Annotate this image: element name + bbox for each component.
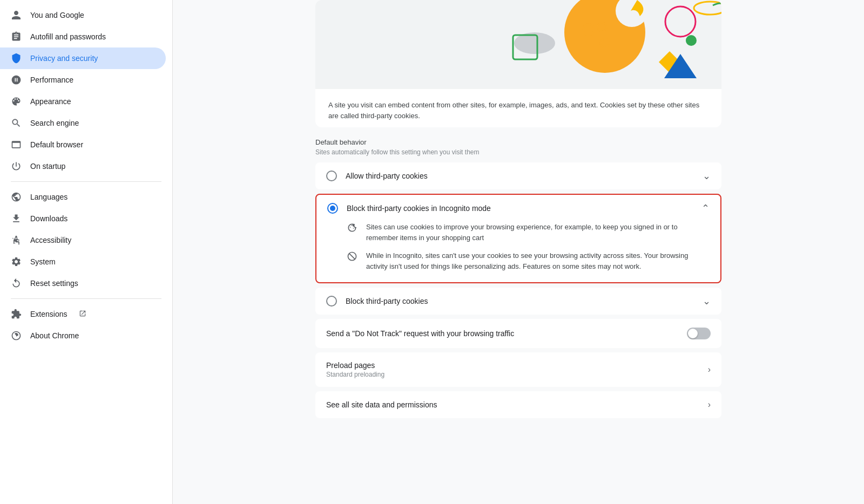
sidebar-item-performance[interactable]: Performance	[0, 69, 166, 91]
sidebar-label-reset: Reset settings	[30, 279, 78, 288]
sidebar-label-accessibility: Accessibility	[30, 236, 71, 244]
search-icon	[11, 118, 22, 128]
default-behavior-section: Default behavior Sites automatically fol…	[315, 138, 721, 156]
chevron-up-incognito: ⌃	[701, 202, 710, 214]
sidebar-item-system[interactable]: System	[0, 251, 166, 273]
option-block[interactable]: Block third-party cookies ⌄	[315, 288, 721, 315]
sidebar-label-about: About Chrome	[30, 331, 79, 340]
sidebar-item-accessibility[interactable]: Accessibility	[0, 229, 166, 251]
chevron-right-preload: ›	[708, 365, 711, 374]
sidebar-label-you-and-google: You and Google	[30, 11, 84, 19]
option-block-incognito[interactable]: Block third-party cookies in Incognito m…	[315, 194, 721, 283]
do-not-track-toggle[interactable]	[687, 328, 711, 339]
chrome-icon	[11, 330, 22, 341]
sidebar-label-autofill: Autofill and passwords	[30, 32, 106, 41]
sidebar-label-languages: Languages	[30, 193, 68, 201]
assignment-icon	[11, 31, 22, 42]
shield-icon	[11, 53, 22, 64]
download-icon	[11, 213, 22, 224]
sidebar-label-default-browser: Default browser	[30, 140, 83, 149]
globe-icon	[11, 192, 22, 202]
illustration-svg	[315, 0, 721, 89]
accessibility-icon	[11, 235, 22, 246]
sidebar-item-autofill[interactable]: Autofill and passwords	[0, 26, 166, 47]
sidebar-item-languages[interactable]: Languages	[0, 186, 166, 208]
sidebar-item-reset[interactable]: Reset settings	[0, 273, 166, 294]
sidebar-item-appearance[interactable]: Appearance	[0, 91, 166, 112]
content-area: A site you visit can embed content from …	[302, 0, 734, 444]
palette-icon	[11, 96, 22, 107]
person-icon	[11, 10, 22, 21]
svg-point-12	[665, 6, 696, 37]
option-allow-left: Allow third-party cookies	[326, 171, 428, 181]
chevron-down-block: ⌄	[703, 295, 711, 307]
sidebar-item-you-and-google[interactable]: You and Google	[0, 4, 166, 26]
option-block-incognito-left: Block third-party cookies in Incognito m…	[327, 203, 491, 214]
radio-block[interactable]	[326, 296, 337, 307]
expanded-details: Sites can use cookies to improve your br…	[327, 222, 710, 271]
site-data-label: See all site data and permissions	[326, 400, 437, 409]
sidebar-label-search-engine: Search engine	[30, 119, 79, 127]
option-allow[interactable]: Allow third-party cookies ⌄	[315, 162, 721, 189]
illustration-box	[315, 0, 721, 89]
detail-row-1: Sites can use cookies to improve your br…	[347, 222, 710, 243]
power-icon	[11, 161, 22, 172]
sidebar: You and Google Autofill and passwords Pr…	[0, 0, 173, 504]
sidebar-label-system: System	[30, 257, 56, 266]
description-section: A site you visit can embed content from …	[315, 89, 721, 127]
do-not-track-label: Send a "Do Not Track" request with your …	[326, 329, 514, 338]
option-block-label: Block third-party cookies	[346, 297, 428, 305]
preload-pages-option[interactable]: Preload pages Standard preloading ›	[315, 352, 721, 387]
option-block-left: Block third-party cookies	[326, 296, 428, 307]
reset-icon	[11, 278, 22, 289]
radio-block-incognito[interactable]	[327, 203, 338, 214]
sidebar-divider-2	[11, 298, 161, 299]
radio-allow[interactable]	[326, 171, 337, 181]
sidebar-label-downloads: Downloads	[30, 214, 68, 223]
sidebar-divider-1	[11, 181, 161, 182]
sidebar-item-default-browser[interactable]: Default browser	[0, 134, 166, 155]
default-behavior-subtitle: Sites automatically follow this setting …	[315, 148, 721, 156]
default-behavior-title: Default behavior	[315, 138, 721, 146]
chevron-down-allow: ⌄	[703, 170, 711, 182]
sidebar-item-about[interactable]: About Chrome	[0, 325, 166, 346]
external-link-icon	[79, 310, 86, 318]
do-not-track-option[interactable]: Send a "Do Not Track" request with your …	[315, 319, 721, 348]
option-block-incognito-top: Block third-party cookies in Incognito m…	[327, 202, 710, 214]
sidebar-label-privacy: Privacy and security	[30, 54, 98, 63]
speed-icon	[11, 74, 22, 85]
sidebar-item-extensions[interactable]: Extensions	[0, 303, 166, 325]
site-data-option[interactable]: See all site data and permissions ›	[315, 391, 721, 418]
option-block-incognito-label: Block third-party cookies in Incognito m…	[347, 204, 491, 213]
preload-pages-sub: Standard preloading	[326, 371, 384, 378]
sidebar-item-privacy[interactable]: Privacy and security	[0, 47, 166, 69]
svg-point-11	[686, 35, 697, 46]
sidebar-label-on-startup: On startup	[30, 162, 65, 171]
sidebar-label-extensions: Extensions	[30, 310, 67, 318]
preload-pages-label: Preload pages	[326, 361, 384, 370]
chevron-right-site-data: ›	[708, 400, 711, 410]
description-text: A site you visit can embed content from …	[328, 100, 708, 121]
option-allow-label: Allow third-party cookies	[346, 172, 428, 180]
settings-icon	[11, 256, 22, 267]
extension-icon	[11, 309, 22, 319]
preload-pages-content: Preload pages Standard preloading	[326, 361, 384, 378]
browser-icon	[11, 139, 22, 150]
detail-text-1: Sites can use cookies to improve your br…	[366, 222, 710, 243]
sidebar-label-appearance: Appearance	[30, 97, 71, 106]
sidebar-label-performance: Performance	[30, 76, 73, 84]
detail-text-2: While in Incognito, sites can't use your…	[366, 250, 710, 271]
sidebar-item-downloads[interactable]: Downloads	[0, 208, 166, 229]
cookie-icon	[347, 222, 357, 233]
main-content: A site you visit can embed content from …	[173, 0, 864, 504]
block-icon	[347, 251, 357, 262]
detail-row-2: While in Incognito, sites can't use your…	[347, 250, 710, 271]
sidebar-item-search-engine[interactable]: Search engine	[0, 112, 166, 134]
sidebar-item-on-startup[interactable]: On startup	[0, 155, 166, 177]
